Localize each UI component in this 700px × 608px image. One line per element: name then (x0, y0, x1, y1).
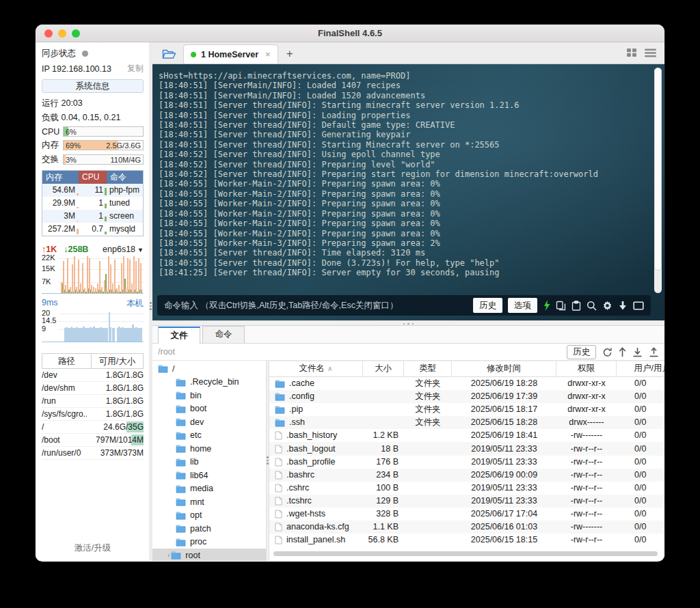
file-row[interactable]: .ssh文件夹2025/06/15 18:28drwx------0/0 (269, 416, 664, 429)
tree-item-etc[interactable]: etc (152, 429, 266, 443)
file-name-cell: .ssh (269, 416, 363, 429)
download-icon[interactable] (618, 301, 628, 311)
path-input[interactable] (158, 347, 567, 357)
disk-row[interactable]: /boot797M/1014M (42, 434, 144, 447)
search-icon[interactable] (587, 301, 597, 311)
terminal-area[interactable]: sHost=https://api.minecraftservices.com,… (152, 64, 664, 320)
new-tab-button[interactable]: + (286, 47, 293, 61)
file-row[interactable]: .cshrc100 B2019/05/11 23:33-rw-r--r--0/0 (269, 482, 664, 495)
tree-item-media[interactable]: media (152, 482, 266, 496)
download-file-icon[interactable] (632, 347, 643, 357)
file-name: .cache (289, 377, 314, 390)
file-row[interactable]: .bashrc234 B2025/06/19 00:09-rw-r--r--0/… (269, 469, 664, 482)
process-row[interactable]: 29.9M1tuned (42, 197, 143, 210)
tree-item-patch[interactable]: patch (152, 522, 266, 536)
command-input[interactable]: 命令输入 （双击Ctrl切换,Alt历史,Tab路径/命令,Esc关闭窗口） (164, 300, 398, 312)
file-owner-cell: 0/0 (617, 482, 664, 495)
system-info-button[interactable]: 系统信息 (42, 79, 144, 93)
menu-icon[interactable] (645, 49, 656, 57)
disk-header-path[interactable]: 路径 (42, 354, 92, 368)
disk-table-header[interactable]: 路径 可用/大小 (42, 353, 144, 369)
tree-item-bin[interactable]: bin (152, 389, 266, 402)
file-row[interactable]: anaconda-ks.cfg1.1 KB2025/06/16 01:03-rw… (269, 521, 664, 534)
tree-item-.recycle_bin[interactable]: .Recycle_bin (152, 376, 266, 389)
file-row[interactable]: install_panel.sh56.8 KB2025/06/15 18:15-… (269, 534, 664, 547)
tree-item-lib[interactable]: lib (152, 456, 266, 469)
minimize-window-button[interactable] (58, 29, 66, 38)
tree-item-lib64[interactable]: lib64 (152, 469, 266, 482)
terminal-scrollbar-thumb[interactable] (654, 68, 662, 271)
process-header-command[interactable]: 命令 (107, 171, 143, 184)
disk-row[interactable]: /24.6G/35G (42, 421, 144, 434)
tab-close-icon[interactable]: × (265, 49, 271, 59)
tree-item-home[interactable]: home (152, 442, 266, 456)
path-history-button[interactable]: 历史 (567, 345, 596, 359)
process-cpu: 11 (79, 184, 107, 197)
disk-row[interactable]: /dev/shm1.8G/1.8G (42, 382, 144, 395)
close-window-button[interactable] (44, 29, 53, 38)
expand-chevron-icon[interactable]: › (167, 551, 170, 559)
tree-item-mnt[interactable]: mnt (152, 495, 266, 509)
disk-row[interactable]: /sys/fs/cgro...1.8G/1.8G (42, 408, 144, 421)
command-history-button[interactable]: 历史 (473, 298, 502, 313)
column-header-4[interactable]: 权限 (556, 361, 617, 377)
process-header-cpu[interactable]: CPU (79, 171, 107, 184)
ping-target-link[interactable]: 本机 (126, 298, 144, 309)
terminal-line: [18:40:55] [Worker-Main-2/INFO]: Prepari… (159, 229, 648, 238)
file-row[interactable]: .bash_profile176 B2019/05/11 23:33-rw-r-… (269, 456, 664, 469)
graph-bars (61, 311, 142, 342)
disk-row[interactable]: /dev1.8G/1.8G (42, 369, 144, 382)
file-row[interactable]: .bash_history1.2 KB2025/06/19 18:41-rw--… (269, 429, 664, 442)
gear-icon[interactable] (602, 301, 612, 311)
command-options-button[interactable]: 选项 (508, 298, 537, 313)
window-icon[interactable] (633, 301, 644, 310)
file-row[interactable]: .wget-hsts328 B2025/06/17 17:04-rw-r--r-… (269, 508, 664, 521)
tree-item-dev[interactable]: dev (152, 415, 266, 429)
tree-item-proc[interactable]: proc (152, 536, 266, 549)
copy-icon[interactable] (556, 301, 566, 311)
up-directory-icon[interactable] (619, 347, 626, 357)
layout-grid-icon[interactable] (626, 48, 637, 57)
file-row[interactable]: .pip文件夹2025/06/15 18:17drwxr-xr-x0/0 (269, 403, 664, 416)
tree-item-root[interactable]: ›root (152, 549, 266, 561)
column-header-2[interactable]: 类型 (404, 361, 452, 377)
tree-item-root[interactable]: / (152, 362, 266, 376)
lightning-icon[interactable] (543, 300, 550, 311)
tree-item-opt[interactable]: opt (152, 509, 266, 523)
column-header-3[interactable]: 修改时间 (452, 361, 556, 377)
column-header-5[interactable]: 用户/用户组 (617, 361, 664, 377)
disk-header-size[interactable]: 可用/大小 (92, 354, 143, 368)
file-row[interactable]: .cache文件夹2025/06/19 18:28drwxr-xr-x0/0 (269, 377, 664, 390)
process-row[interactable]: 54.6M11php-fpm (42, 184, 143, 197)
tree-item-boot[interactable]: boot (152, 402, 266, 416)
copy-ip-link[interactable]: 复制 (127, 63, 144, 74)
refresh-icon[interactable] (602, 347, 612, 357)
process-header-memory[interactable]: 内存 (42, 171, 79, 184)
file-row[interactable]: .tcshrc129 B2019/05/11 23:33-rw-r--r--0/… (269, 495, 664, 508)
file-owner-cell: 0/0 (617, 469, 664, 482)
paste-icon[interactable] (571, 301, 581, 311)
file-table-horizontal-scrollbar[interactable] (273, 551, 658, 556)
file-row[interactable]: .config文件夹2025/06/19 17:39drwxr-xr-x0/0 (269, 390, 664, 403)
terminal-scrollbar[interactable] (654, 68, 662, 293)
zoom-window-button[interactable] (72, 29, 80, 38)
activate-upgrade-link[interactable]: 激活/升级 (42, 538, 144, 557)
title-bar[interactable]: FinalShell 4.6.5 (36, 25, 664, 42)
file-row[interactable]: .bash_logout18 B2019/05/11 23:33-rw-r--r… (269, 442, 664, 455)
column-header-1[interactable]: 大小 (363, 361, 404, 377)
disk-row[interactable]: /run1.8G/1.8G (42, 395, 144, 408)
upload-bar (127, 258, 129, 293)
upload-file-icon[interactable] (649, 347, 659, 357)
interface-selector[interactable]: enp6s18▼ (103, 245, 144, 254)
column-header-0[interactable]: 文件名∧ (269, 361, 363, 377)
open-connection-folder-icon[interactable] (162, 49, 176, 60)
session-tab-homeserver[interactable]: 1 HomeServer × (183, 44, 278, 64)
process-table-header[interactable]: 内存 CPU 命令 (42, 171, 143, 184)
tab-files[interactable]: 文件 (158, 327, 200, 344)
meter-percent: 69% (66, 141, 81, 150)
tab-commands[interactable]: 命令 (202, 326, 245, 343)
terminal-file-splitter[interactable] (152, 320, 664, 326)
process-row[interactable]: 3M1screen (42, 210, 143, 223)
process-row[interactable]: 257.2M0.7mysqld (42, 223, 143, 236)
disk-row[interactable]: /run/user/0373M/373M (42, 447, 144, 460)
